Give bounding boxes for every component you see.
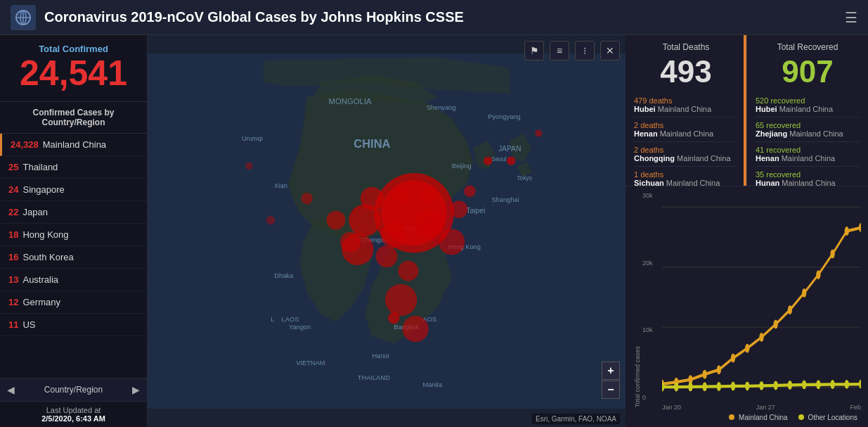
death-location: Chongqing [634,154,675,162]
region-item[interactable]: 22Japan [0,201,147,224]
recovered-count: 520 recovered [756,96,805,105]
svg-point-38 [392,186,410,204]
death-count: 2 deaths [634,121,663,129]
region-count: 24 [8,184,18,195]
recovered-location: Hubei [756,105,777,113]
svg-point-84 [845,380,849,389]
region-count: 16 [8,252,18,262]
death-item: 2 deathsChongqing Mainland China [634,142,738,167]
chart-legend: Mainland China Other Locations [633,414,861,421]
svg-point-68 [830,250,834,259]
deaths-panel: Total Deaths 493 479 deathsHubei Mainlan… [626,35,747,186]
recovered-number: 907 [756,55,860,89]
last-updated: Last Updated at 2/5/2020, 6:43 AM [0,401,147,427]
nav-next-arrow[interactable]: ▶ [132,384,140,395]
x-label-jan20: Jan 20 [662,404,681,411]
y-label-0: 0 [642,394,662,401]
svg-point-31 [361,187,384,210]
death-subloc: Mainland China [658,105,711,113]
region-item[interactable]: 13Australia [0,269,147,291]
svg-text:JAPAN: JAPAN [498,145,521,153]
y-label-20k: 20k [642,260,662,267]
svg-point-78 [759,381,763,390]
chart-svg-area [662,192,861,402]
confirmed-label: Total Confirmed [11,44,136,54]
death-item: 2 deathsHenan Mainland China [634,117,738,142]
app-title: Coronavirus 2019-nCoV Global Cases by Jo… [44,9,845,25]
svg-point-34 [398,261,418,281]
svg-point-72 [674,383,678,392]
svg-point-32 [415,210,444,238]
svg-point-70 [859,223,861,232]
svg-text:Shenyang: Shenyang [427,104,456,111]
svg-point-63 [759,333,763,342]
svg-point-30 [381,222,407,248]
x-label-feb: Feb [850,404,861,411]
nav-label: Country/Region [44,385,103,395]
zoom-in-button[interactable]: + [602,362,620,380]
nav-prev-arrow[interactable]: ◀ [7,384,15,395]
zoom-out-button[interactable]: − [602,381,620,399]
deaths-recovered-row: Total Deaths 493 479 deathsHubei Mainlan… [626,35,868,186]
recovered-subloc: Mainland China [782,154,835,162]
region-item[interactable]: 24,328Mainland China [0,134,147,156]
svg-text:Tokyo: Tokyo [517,175,532,181]
svg-point-75 [717,382,721,391]
chart-y-axis-label: Total confirmed cases [633,192,642,411]
svg-point-80 [788,381,792,390]
region-item[interactable]: 12Germany [0,291,147,314]
svg-point-44 [388,312,399,324]
region-item[interactable]: 25Thailand [0,156,147,179]
region-name: Singapore [22,184,64,195]
region-count: 24,328 [11,139,39,150]
grid-tool[interactable]: ⁝ [575,41,595,60]
chart-x-labels: Jan 20 Jan 27 Feb [642,404,861,411]
recovered-item: 520 recoveredHubei Mainland China [756,93,860,117]
region-count: 12 [8,297,18,307]
deaths-label: Total Deaths [634,42,738,52]
svg-text:Urumqi: Urumqi [242,135,263,142]
svg-text:THAILAND: THAILAND [358,374,390,381]
death-location: Hubei [634,105,656,113]
region-item[interactable]: 16South Korea [0,246,147,269]
svg-text:Pyongyang: Pyongyang [488,113,520,120]
last-updated-label: Last Updated at [7,406,140,414]
deaths-list: 479 deathsHubei Mainland China2 deathsHe… [634,93,738,191]
confirmed-number: 24,541 [11,54,136,93]
svg-text:Dhaka: Dhaka [274,272,294,279]
chart-panel: Total confirmed cases 30k 20k 10k 0 [626,186,868,427]
close-tool[interactable]: ✕ [600,41,620,60]
list-tool[interactable]: ≡ [550,41,569,60]
main-container: Total Confirmed 24,541 Confirmed Cases b… [0,35,868,427]
recovered-panel: Total Recovered 907 520 recoveredHubei M… [747,35,868,186]
map-container[interactable]: CHINA JAPAN Seoul Tokyo Taipei Hong Kong… [148,35,626,427]
bookmark-tool[interactable]: ⚑ [524,41,544,60]
svg-text:Yangon: Yangon [289,324,311,331]
chart-y-labels: 30k 20k 10k 0 [642,192,662,402]
region-item[interactable]: 18Hong Kong [0,224,147,246]
region-item[interactable]: 24Singapore [0,179,147,201]
region-count: 13 [8,274,18,285]
zoom-controls: + − [602,362,620,399]
region-name: Mainland China [43,139,106,150]
menu-icon[interactable]: ☰ [845,9,857,26]
recovered-count: 65 recovered [756,121,801,129]
legend-other: Other Locations [798,414,857,421]
svg-point-48 [301,193,312,204]
svg-point-50 [535,129,542,136]
sidebar-nav[interactable]: ◀ Country/Region ▶ [0,378,147,401]
region-count: 11 [8,319,18,330]
recovered-item: 65 recoveredZhejiang Mainland China [756,117,860,142]
recovered-subloc: Mainland China [789,129,843,138]
svg-text:Taipei: Taipei [466,207,485,215]
svg-point-77 [745,381,749,390]
svg-point-46 [484,156,492,165]
death-item: 479 deathsHubei Mainland China [634,93,738,117]
region-name: Germany [22,297,60,307]
svg-point-60 [717,365,721,374]
region-label: Confirmed Cases by Country/Region [0,102,147,134]
region-name: Japan [22,207,47,217]
svg-point-36 [439,229,465,255]
death-count: 1 deaths [634,170,663,179]
region-item[interactable]: 11US [0,314,147,336]
